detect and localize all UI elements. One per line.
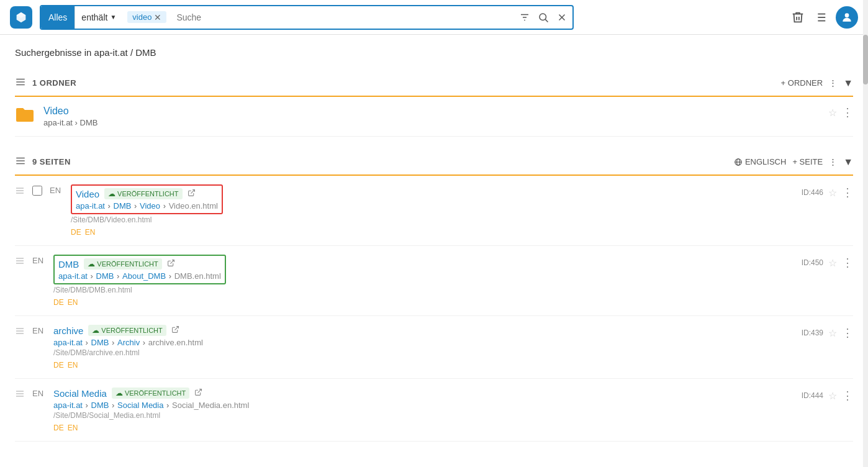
svg-line-30: [170, 260, 174, 264]
page-title-row-dmb: DMB ☁ VERÖFFENTLICHT: [58, 258, 221, 270]
path-link-3-social[interactable]: Social Media: [117, 401, 163, 410]
folder-item-video: Video apa-it.at › DMB ☆ ⋮: [15, 97, 853, 137]
cloud-icon: ☁: [108, 189, 115, 198]
lang-de-social[interactable]: DE: [53, 424, 64, 432]
more-button-social[interactable]: ⋮: [842, 389, 853, 402]
path-link-1-archive[interactable]: apa-it.at: [53, 338, 83, 347]
path-link-2-video[interactable]: DMB: [114, 201, 132, 211]
search-bar: Alles enthält ▼ video ✕: [40, 5, 574, 30]
tag-close-button[interactable]: ✕: [154, 13, 161, 22]
pages-list-icon: [15, 155, 26, 168]
star-button-video[interactable]: ☆: [828, 187, 837, 199]
add-folder-button[interactable]: + ORDNER: [781, 78, 823, 88]
folder-more-button[interactable]: ⋮: [842, 106, 853, 119]
more-button-archive[interactable]: ⋮: [842, 326, 853, 340]
more-button-dmb[interactable]: ⋮: [842, 256, 853, 270]
path-link-2-social[interactable]: DMB: [91, 401, 109, 410]
scrollbar[interactable]: [863, 0, 868, 454]
delete-icon[interactable]: [791, 11, 805, 24]
more-button-video[interactable]: ⋮: [842, 186, 853, 199]
svg-line-4: [545, 19, 548, 22]
folders-actions: + ORDNER ⋮ ▼: [781, 78, 853, 89]
page-title-dmb[interactable]: DMB: [58, 259, 79, 270]
page-title-archive[interactable]: archive: [53, 325, 83, 336]
add-page-button[interactable]: + SEITE: [792, 157, 823, 166]
page-title-row-video: Video ☁ VERÖFFENTLICHT: [76, 188, 218, 199]
pages-lang-globe-icon: ENGLISCH: [734, 157, 786, 166]
page-lang-dmb: EN: [32, 256, 45, 265]
folder-path-part1[interactable]: apa-it.at: [43, 118, 73, 127]
pages-section: 9 SEITEN ENGLISCH + SEITE ⋮ ▼: [15, 149, 853, 442]
list-filter-icon[interactable]: [813, 11, 827, 24]
path-link-1-dmb[interactable]: apa-it.at: [58, 271, 88, 281]
external-link-icon-archive[interactable]: [171, 325, 179, 335]
path-link-2-dmb[interactable]: DMB: [96, 271, 114, 281]
page-highlight-green: DMB ☁ VERÖFFENTLICHT apa-it.at: [53, 255, 226, 284]
page-url-social: /Site/DMB/Social_Media.en.html: [53, 411, 802, 420]
lang-en-archive[interactable]: EN: [68, 361, 78, 370]
folders-collapse-button[interactable]: ▼: [843, 78, 853, 89]
page-url-dmb: /Site/DMB/DMB.en.html: [53, 286, 802, 294]
external-link-icon-social[interactable]: [194, 388, 202, 398]
pages-count: 9 SEITEN: [32, 157, 734, 166]
page-title-video[interactable]: Video: [76, 189, 99, 199]
lang-de-video[interactable]: DE: [71, 228, 81, 237]
folder-star-button[interactable]: ☆: [828, 107, 837, 119]
path-link-3-archive[interactable]: Archiv: [117, 338, 140, 347]
search-input[interactable]: [171, 12, 514, 22]
search-close-icon[interactable]: [556, 12, 567, 23]
status-badge-social: ☁ VERÖFFENTLICHT: [112, 388, 189, 399]
path-file-archive: archive.en.html: [148, 338, 203, 347]
star-button-social[interactable]: ☆: [828, 390, 837, 402]
path-link-3-video[interactable]: Video: [140, 201, 160, 211]
page-actions-video: ID:446 ☆ ⋮: [802, 184, 853, 199]
search-tag-video: video ✕: [127, 11, 166, 23]
external-link-icon-dmb[interactable]: [167, 259, 175, 269]
scrollbar-thumb[interactable]: [863, 35, 868, 84]
folders-more-button[interactable]: ⋮: [829, 78, 837, 88]
status-badge-video: ☁ VERÖFFENTLICHT: [104, 188, 182, 199]
external-link-icon-video[interactable]: [188, 189, 196, 199]
pages-more-button[interactable]: ⋮: [829, 157, 837, 166]
path-link-2-archive[interactable]: DMB: [91, 338, 109, 347]
page-lang-video: EN: [50, 186, 62, 195]
path-link-1-video[interactable]: apa-it.at: [76, 201, 105, 211]
filter-contains-button[interactable]: enthält ▼: [75, 6, 122, 29]
page-item-social-media: EN Social Media ☁ VERÖFFENTLICHT apa-: [15, 379, 853, 442]
lang-en-social[interactable]: EN: [68, 424, 78, 432]
star-button-dmb[interactable]: ☆: [828, 257, 837, 269]
page-checkbox-video[interactable]: [32, 186, 42, 196]
page-content-video: Video ☁ VERÖFFENTLICHT apa-it.at: [71, 184, 802, 237]
filter-icon[interactable]: [519, 12, 530, 23]
tag-value: video: [132, 12, 151, 22]
pages-collapse-button[interactable]: ▼: [843, 156, 853, 168]
page-title-social[interactable]: Social Media: [53, 388, 107, 399]
user-avatar[interactable]: [836, 6, 858, 29]
folder-path: apa-it.at › DMB: [43, 118, 828, 127]
status-badge-dmb: ☁ VERÖFFENTLICHT: [84, 258, 161, 270]
page-url-video: /Site/DMB/Video.en.html: [71, 215, 802, 224]
svg-line-34: [174, 327, 178, 330]
lang-en-video[interactable]: EN: [85, 228, 96, 237]
logo[interactable]: [10, 6, 32, 29]
path-link-1-social[interactable]: apa-it.at: [53, 401, 83, 410]
lang-de-dmb[interactable]: DE: [53, 298, 64, 307]
lang-de-archive[interactable]: DE: [53, 361, 64, 370]
page-path-video: apa-it.at › DMB › Video › Video.en.html: [76, 201, 218, 211]
filter-all-button[interactable]: Alles: [41, 6, 75, 29]
page-highlight-red: Video ☁ VERÖFFENTLICHT apa-it.at: [71, 184, 223, 214]
star-button-archive[interactable]: ☆: [828, 327, 837, 339]
svg-line-38: [198, 389, 202, 393]
path-link-3-dmb[interactable]: About_DMB: [122, 271, 166, 281]
search-submit-icon[interactable]: [538, 12, 549, 23]
breadcrumb: Suchergebnisse in apa-it.at / DMB: [15, 47, 853, 58]
svg-point-13: [845, 13, 849, 17]
status-label-social: VERÖFFENTLICHT: [125, 389, 186, 397]
drag-handle-icon-social: [15, 389, 25, 401]
page-langs-social: DE EN: [53, 424, 802, 432]
page-id-dmb: ID:450: [802, 258, 823, 267]
lang-en-dmb[interactable]: EN: [68, 298, 78, 307]
folder-path-part2[interactable]: DMB: [80, 118, 98, 127]
folder-name[interactable]: Video: [43, 106, 828, 117]
filter-contains-label: enthält: [81, 12, 107, 22]
